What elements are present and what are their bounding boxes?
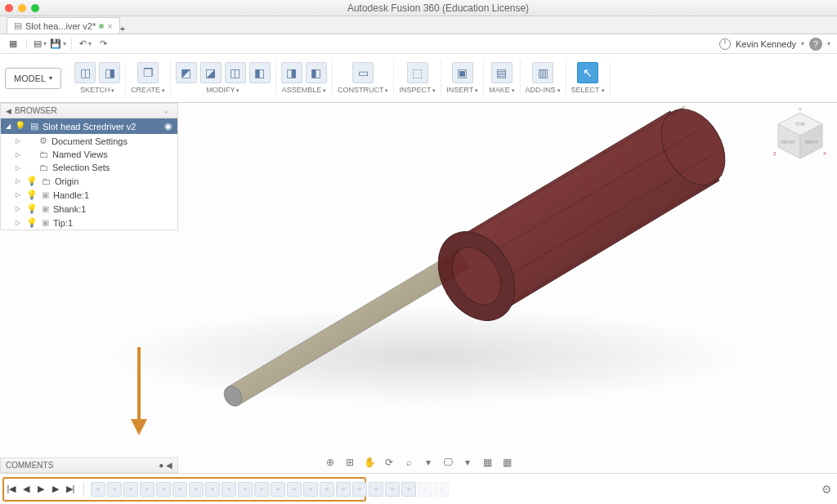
inspect-icon[interactable]: ⬚ bbox=[407, 62, 428, 83]
nav-icon-6[interactable]: 🖵 bbox=[441, 455, 455, 470]
view-cube[interactable]: TOP FRONT RIGHT Y Z X bbox=[772, 108, 829, 165]
nav-icon-4[interactable]: ⌕ bbox=[401, 455, 416, 470]
workspace-switcher[interactable]: MODEL▾ bbox=[5, 68, 61, 89]
nav-icon-9[interactable]: ▦ bbox=[499, 455, 514, 470]
timeline-feature[interactable]: ▫ bbox=[222, 482, 236, 497]
timeline-feature[interactable]: ▫ bbox=[418, 482, 432, 497]
modify-icon[interactable]: ◪ bbox=[200, 62, 222, 83]
nav-icon-3[interactable]: ⟳ bbox=[382, 455, 396, 470]
nav-icon-2[interactable]: ✋ bbox=[362, 455, 377, 470]
help-icon[interactable]: ? bbox=[809, 38, 822, 51]
make-icon[interactable]: ▤ bbox=[491, 62, 512, 83]
timeline-feature[interactable]: ▫ bbox=[123, 482, 138, 497]
close-tab-button[interactable]: × bbox=[107, 21, 112, 31]
timeline-feature[interactable]: ▫ bbox=[401, 482, 416, 497]
playback-button-3[interactable]: ▶ bbox=[49, 483, 62, 496]
modify-icon[interactable]: ◧ bbox=[249, 62, 271, 83]
timeline-feature[interactable]: ▫ bbox=[385, 482, 400, 497]
browser-header[interactable]: ◀BROWSER bbox=[1, 104, 177, 118]
nav-icon-8[interactable]: ▦ bbox=[480, 455, 495, 470]
document-tab[interactable]: ▤ Slot hea...iver v2* × bbox=[7, 17, 120, 33]
save-icon[interactable]: 💾 bbox=[51, 38, 65, 51]
browser-item[interactable]: ▷🗀Selection Sets bbox=[1, 161, 177, 174]
timeline-feature[interactable]: ▫ bbox=[91, 482, 105, 497]
undo-icon[interactable]: ↶ bbox=[78, 38, 92, 51]
browser-item[interactable]: ▷💡▣Shank:1 bbox=[1, 202, 177, 216]
ribbon-label: CREATE bbox=[131, 86, 165, 94]
visibility-bulb-icon[interactable]: 💡 bbox=[26, 190, 38, 200]
comments-header[interactable]: COMMENTS● ◀ bbox=[0, 457, 178, 473]
sketch-icon[interactable]: ◫ bbox=[74, 62, 96, 83]
timeline-feature[interactable]: ▫ bbox=[352, 482, 367, 497]
sketch-icon[interactable]: ◨ bbox=[99, 62, 120, 83]
viewport[interactable]: ◀BROWSER ◢💡▤ Slot head Scredriver v2 ◉ ▷… bbox=[0, 103, 837, 473]
nav-icon-0[interactable]: ⊕ bbox=[323, 455, 338, 470]
new-tab-button[interactable]: + bbox=[120, 24, 125, 33]
redo-icon[interactable]: ↷ bbox=[96, 38, 110, 51]
file-menu-icon[interactable]: ▤ bbox=[34, 38, 47, 51]
timeline-feature[interactable]: ▫ bbox=[369, 482, 383, 497]
timeline-feature[interactable]: ▫ bbox=[238, 482, 253, 497]
browser-item[interactable]: ▷⚙Document Settings bbox=[1, 134, 177, 148]
user-menu[interactable]: Kevin Kennedy bbox=[736, 39, 796, 49]
job-status-icon[interactable] bbox=[719, 38, 731, 50]
ribbon-group-make[interactable]: ▤MAKE bbox=[484, 60, 520, 96]
nav-icon-7[interactable]: ▾ bbox=[460, 455, 475, 470]
visibility-bulb-icon[interactable]: 💡 bbox=[26, 176, 38, 186]
add-ins-icon[interactable]: ▥ bbox=[532, 62, 553, 83]
timeline-feature[interactable]: ▫ bbox=[189, 482, 204, 497]
nav-icon-5[interactable]: ▾ bbox=[421, 455, 436, 470]
playback-button-2[interactable]: ▶ bbox=[34, 483, 47, 496]
assemble-icon[interactable]: ◨ bbox=[281, 62, 302, 83]
ribbon-group-modify[interactable]: ◩◪◫◧MODIFY bbox=[171, 60, 276, 96]
maximize-window-button[interactable] bbox=[31, 4, 39, 12]
browser-item-label: Handle:1 bbox=[53, 190, 89, 200]
close-window-button[interactable] bbox=[5, 4, 13, 12]
ribbon-group-assemble[interactable]: ◨◧ASSEMBLE bbox=[276, 60, 333, 96]
browser-item[interactable]: ▷💡▣Tip:1 bbox=[1, 216, 177, 230]
playback-button-1[interactable]: ◀ bbox=[20, 483, 33, 496]
browser-item-label: Selection Sets bbox=[52, 163, 110, 172]
playback-button-4[interactable]: ▶| bbox=[64, 483, 77, 496]
data-panel-icon[interactable]: ▦ bbox=[7, 38, 20, 51]
timeline-feature[interactable]: ▫ bbox=[336, 482, 351, 497]
timeline-feature[interactable]: ▫ bbox=[320, 482, 334, 497]
modify-icon[interactable]: ◫ bbox=[225, 62, 246, 83]
construct-icon[interactable]: ▭ bbox=[352, 62, 374, 83]
browser-root-node[interactable]: ◢💡▤ Slot head Scredriver v2 ◉ bbox=[1, 118, 177, 134]
visibility-bulb-icon[interactable]: 💡 bbox=[26, 203, 38, 214]
timeline-settings-icon[interactable]: ⚙ bbox=[821, 483, 832, 496]
browser-item[interactable]: ▷🗀Named Views bbox=[1, 148, 177, 161]
ribbon-group-add-ins[interactable]: ▥ADD-INS bbox=[521, 60, 566, 96]
insert-icon[interactable]: ▣ bbox=[452, 62, 473, 83]
ribbon-toolbar: MODEL▾ ◫◨SKETCH❒CREATE◩◪◫◧MODIFY◨◧ASSEMB… bbox=[0, 54, 837, 103]
browser-item[interactable]: ▷💡▣Handle:1 bbox=[1, 188, 177, 202]
visibility-bulb-icon[interactable]: 💡 bbox=[26, 217, 38, 228]
timeline-feature[interactable]: ▫ bbox=[434, 482, 449, 497]
timeline-feature[interactable]: ▫ bbox=[205, 482, 220, 497]
svg-text:Z: Z bbox=[773, 151, 777, 156]
create-icon[interactable]: ❒ bbox=[137, 62, 159, 83]
ribbon-group-construct[interactable]: ▭CONSTRUCT bbox=[333, 60, 394, 96]
timeline-feature[interactable]: ▫ bbox=[140, 482, 154, 497]
ribbon-group-sketch[interactable]: ◫◨SKETCH bbox=[69, 60, 126, 96]
timeline-feature[interactable]: ▫ bbox=[172, 482, 187, 497]
ribbon-group-inspect[interactable]: ⬚INSPECT bbox=[394, 60, 441, 96]
select-icon[interactable]: ↖ bbox=[577, 62, 598, 83]
timeline-feature[interactable]: ▫ bbox=[254, 482, 269, 497]
timeline-feature[interactable]: ▫ bbox=[287, 482, 302, 497]
browser-item[interactable]: ▷💡🗀Origin bbox=[1, 174, 177, 188]
playback-button-0[interactable]: |◀ bbox=[5, 483, 18, 496]
browser-item-label: Tip:1 bbox=[53, 218, 73, 228]
ribbon-group-create[interactable]: ❒CREATE bbox=[126, 60, 171, 96]
ribbon-group-insert[interactable]: ▣INSERT bbox=[441, 60, 484, 96]
ribbon-group-select[interactable]: ↖SELECT bbox=[566, 60, 611, 96]
timeline-feature[interactable]: ▫ bbox=[271, 482, 285, 497]
nav-icon-1[interactable]: ⊞ bbox=[342, 455, 357, 470]
minimize-window-button[interactable] bbox=[18, 4, 26, 12]
modify-icon[interactable]: ◩ bbox=[176, 62, 197, 83]
timeline-feature[interactable]: ▫ bbox=[303, 482, 318, 497]
timeline-feature[interactable]: ▫ bbox=[107, 482, 122, 497]
assemble-icon[interactable]: ◧ bbox=[306, 62, 327, 83]
timeline-feature[interactable]: ▫ bbox=[156, 482, 171, 497]
